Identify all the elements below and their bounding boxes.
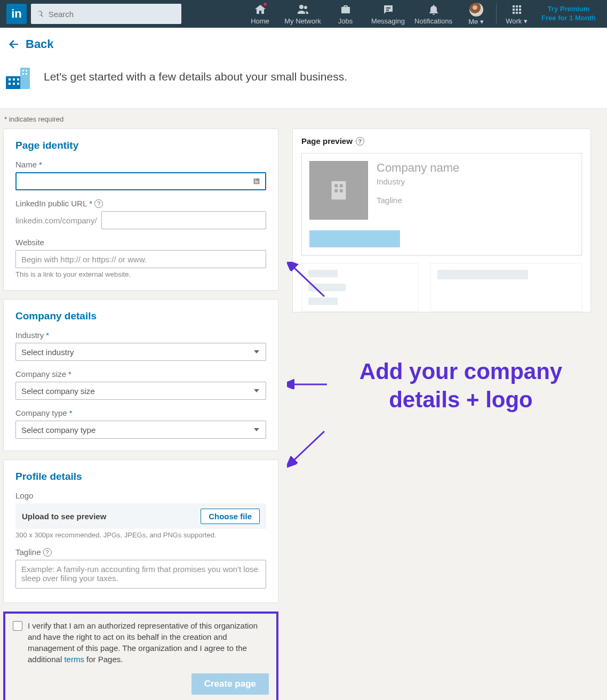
nav-notifications[interactable]: Notifications [411,0,456,28]
verify-text: I verify that I am an authorized represe… [28,620,269,665]
preview-heading: Page preview [301,136,353,146]
tagline-input[interactable] [15,560,266,589]
back-button[interactable]: Back [7,37,54,51]
field-label: Website [15,238,44,247]
caret-down-icon: ▾ [480,18,484,26]
nav-label: Notifications [414,17,452,25]
message-icon [382,3,395,16]
nav-label: My Network [284,17,321,25]
nav-label: Home [251,17,269,25]
business-icon [4,63,31,90]
people-icon [297,3,309,16]
svg-rect-2 [13,78,15,81]
nav-label: Work ▾ [506,17,528,25]
choose-file-button[interactable]: Choose file [201,509,260,524]
upload-text: Upload to see preview [22,512,106,521]
nav-me[interactable]: Me ▾ [456,0,496,28]
help-icon[interactable]: ? [43,548,52,557]
card-page-identity: Page identity Name * LinkedIn public URL… [3,128,278,291]
field-label: Company size [15,369,66,379]
field-hint: This is a link to your external website. [15,270,266,278]
svg-rect-8 [22,70,24,71]
contact-card-icon [252,177,261,186]
industry-select[interactable]: Select industry [15,343,266,361]
company-type-select[interactable]: Select company type [15,421,266,439]
svg-rect-7 [20,68,30,89]
arrow-left-icon [7,38,20,51]
home-badge [263,2,267,6]
card-heading: Page identity [15,140,266,151]
create-page-button[interactable]: Create page [191,673,269,695]
search-icon [36,10,44,18]
annotation-text: Add your company details + logo [331,358,591,414]
help-icon[interactable]: ? [356,137,364,146]
card-heading: Company details [15,310,266,322]
nav-home[interactable]: Home [240,0,280,28]
nav-label: Me ▾ [468,18,484,26]
field-label: Logo [15,491,33,500]
svg-rect-4 [9,83,11,85]
linkedin-logo[interactable]: in [6,4,27,24]
search-bar[interactable] [31,4,181,24]
avatar [469,3,483,17]
svg-rect-11 [26,73,27,75]
required-note: * indicates required [3,112,604,128]
svg-rect-10 [22,73,24,75]
name-input[interactable] [15,172,266,190]
nav-premium[interactable]: Try PremiumFree for 1 Month [537,0,601,28]
search-input[interactable] [49,10,176,19]
briefcase-icon [339,3,352,16]
company-size-select[interactable]: Select company size [15,382,266,400]
preview-industry: Industry [377,177,459,186]
website-input[interactable] [15,250,266,268]
field-label: LinkedIn public URL [15,199,87,208]
card-page-preview: Page preview ? Company name Industry Tag… [292,128,591,312]
preview-skeleton [301,263,582,312]
intro-text: Let's get started with a few details abo… [44,70,347,83]
annotation-arrow-2 [287,379,330,390]
bell-icon [427,3,440,16]
preview-tagline: Tagline [377,196,459,205]
preview-cta-placeholder [309,230,400,247]
back-label: Back [26,37,54,51]
annotation-arrow-3 [287,427,330,470]
field-label: Industry [15,331,44,340]
caret-down-icon: ▾ [524,17,528,25]
nav-messaging[interactable]: Messaging [365,0,411,28]
card-profile-details: Profile details Logo Upload to see previ… [3,460,278,603]
field-label: Name [15,160,37,169]
svg-rect-9 [26,70,27,71]
verify-checkbox[interactable] [13,621,22,631]
preview-company-name: Company name [377,161,459,175]
intro-row: Let's get started with a few details abo… [0,58,607,109]
top-nav: in Home My Network Jobs Messaging Notifi… [0,0,607,28]
svg-rect-5 [13,83,15,85]
nav-label: Messaging [371,17,405,25]
help-icon[interactable]: ? [94,199,103,208]
field-hint: 300 x 300px recommended. JPGs, JPEGs, an… [15,531,266,539]
nav-jobs[interactable]: Jobs [325,0,365,28]
svg-rect-1 [9,78,11,81]
url-input[interactable] [101,211,266,229]
verify-box: I verify that I am an authorized represe… [3,612,278,700]
url-prefix: linkedin.com/company/ [15,216,97,225]
nav-label: Jobs [338,17,353,25]
svg-rect-6 [17,83,19,85]
terms-link[interactable]: terms [64,655,84,664]
nav-work[interactable]: Work ▾ [497,0,537,28]
card-company-details: Company details Industry * Select indust… [3,299,278,451]
grid-icon [510,3,523,16]
card-heading: Profile details [15,471,266,482]
svg-rect-3 [17,78,19,81]
nav-network[interactable]: My Network [280,0,325,28]
preview-logo-placeholder [309,161,368,220]
building-icon [326,178,351,203]
logo-upload: Upload to see preview Choose file [15,503,266,529]
field-label: Tagline [15,548,41,557]
field-label: Company type [15,408,67,417]
